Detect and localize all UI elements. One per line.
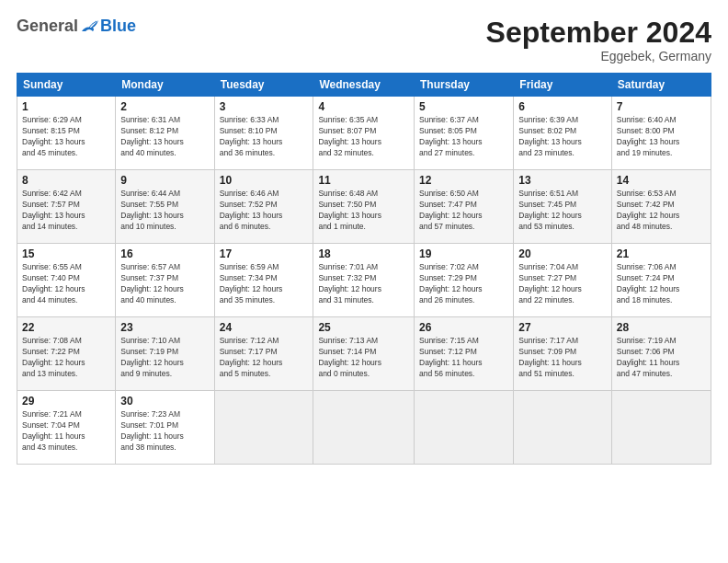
calendar-week-row: 8Sunrise: 6:42 AM Sunset: 7:57 PM Daylig…: [17, 170, 711, 244]
day-info: Sunrise: 6:48 AM Sunset: 7:50 PM Dayligh…: [318, 189, 409, 233]
calendar-header-row: Sunday Monday Tuesday Wednesday Thursday…: [17, 74, 711, 97]
day-number: 24: [220, 321, 309, 334]
day-info: Sunrise: 7:17 AM Sunset: 7:09 PM Dayligh…: [518, 336, 607, 380]
day-info: Sunrise: 6:42 AM Sunset: 7:57 PM Dayligh…: [22, 189, 110, 233]
table-row: 23Sunrise: 7:10 AM Sunset: 7:19 PM Dayli…: [116, 317, 214, 391]
day-number: 1: [22, 100, 110, 113]
header-friday: Friday: [514, 74, 612, 97]
table-row: 29Sunrise: 7:21 AM Sunset: 7:04 PM Dayli…: [17, 391, 116, 465]
day-info: Sunrise: 6:40 AM Sunset: 8:00 PM Dayligh…: [617, 115, 706, 159]
table-row: 3Sunrise: 6:33 AM Sunset: 8:10 PM Daylig…: [214, 97, 313, 170]
table-row: [313, 391, 415, 465]
day-info: Sunrise: 7:06 AM Sunset: 7:24 PM Dayligh…: [617, 262, 706, 306]
logo: General Blue: [17, 17, 136, 36]
table-row: 15Sunrise: 6:55 AM Sunset: 7:40 PM Dayli…: [17, 244, 116, 317]
logo-blue: Blue: [100, 17, 136, 36]
day-info: Sunrise: 6:55 AM Sunset: 7:40 PM Dayligh…: [22, 262, 110, 306]
table-row: 28Sunrise: 7:19 AM Sunset: 7:06 PM Dayli…: [611, 317, 711, 391]
day-info: Sunrise: 6:35 AM Sunset: 8:07 PM Dayligh…: [318, 115, 409, 159]
subtitle: Eggebek, Germany: [486, 49, 711, 63]
table-row: 6Sunrise: 6:39 AM Sunset: 8:02 PM Daylig…: [514, 97, 612, 170]
day-number: 17: [220, 247, 309, 260]
day-info: Sunrise: 7:01 AM Sunset: 7:32 PM Dayligh…: [318, 262, 409, 306]
day-number: 30: [120, 395, 209, 408]
day-number: 3: [220, 100, 309, 113]
day-info: Sunrise: 7:15 AM Sunset: 7:12 PM Dayligh…: [419, 336, 508, 380]
table-row: 14Sunrise: 6:53 AM Sunset: 7:42 PM Dayli…: [611, 170, 711, 244]
day-number: 12: [419, 174, 508, 187]
day-number: 23: [120, 321, 209, 334]
table-row: 21Sunrise: 7:06 AM Sunset: 7:24 PM Dayli…: [611, 244, 711, 317]
table-row: 20Sunrise: 7:04 AM Sunset: 7:27 PM Dayli…: [514, 244, 612, 317]
page-header: General Blue September 2024 Eggebek, Ger…: [17, 17, 711, 63]
day-info: Sunrise: 7:04 AM Sunset: 7:27 PM Dayligh…: [518, 262, 607, 306]
logo-general: General: [17, 17, 78, 36]
day-number: 6: [518, 100, 607, 113]
day-number: 27: [518, 321, 607, 334]
day-number: 19: [419, 247, 508, 260]
day-info: Sunrise: 7:13 AM Sunset: 7:14 PM Dayligh…: [318, 336, 409, 380]
day-number: 4: [318, 100, 409, 113]
day-number: 29: [22, 395, 110, 408]
day-number: 26: [419, 321, 508, 334]
day-number: 7: [617, 100, 706, 113]
day-number: 25: [318, 321, 409, 334]
day-number: 5: [419, 100, 508, 113]
day-info: Sunrise: 7:19 AM Sunset: 7:06 PM Dayligh…: [617, 336, 706, 380]
table-row: 19Sunrise: 7:02 AM Sunset: 7:29 PM Dayli…: [415, 244, 514, 317]
day-info: Sunrise: 6:37 AM Sunset: 8:05 PM Dayligh…: [419, 115, 508, 159]
table-row: 24Sunrise: 7:12 AM Sunset: 7:17 PM Dayli…: [214, 317, 313, 391]
header-tuesday: Tuesday: [214, 74, 313, 97]
day-info: Sunrise: 6:50 AM Sunset: 7:47 PM Dayligh…: [419, 189, 508, 233]
table-row: [415, 391, 514, 465]
day-number: 20: [518, 247, 607, 260]
calendar-week-row: 1Sunrise: 6:29 AM Sunset: 8:15 PM Daylig…: [17, 97, 711, 170]
day-info: Sunrise: 7:23 AM Sunset: 7:01 PM Dayligh…: [120, 409, 209, 454]
table-row: [611, 391, 711, 465]
table-row: 26Sunrise: 7:15 AM Sunset: 7:12 PM Dayli…: [415, 317, 514, 391]
header-wednesday: Wednesday: [313, 74, 415, 97]
table-row: 13Sunrise: 6:51 AM Sunset: 7:45 PM Dayli…: [514, 170, 612, 244]
day-info: Sunrise: 6:44 AM Sunset: 7:55 PM Dayligh…: [120, 189, 209, 233]
header-saturday: Saturday: [611, 74, 711, 97]
table-row: 8Sunrise: 6:42 AM Sunset: 7:57 PM Daylig…: [17, 170, 116, 244]
day-number: 9: [120, 174, 209, 187]
day-info: Sunrise: 6:53 AM Sunset: 7:42 PM Dayligh…: [617, 189, 706, 233]
day-number: 18: [318, 247, 409, 260]
table-row: 11Sunrise: 6:48 AM Sunset: 7:50 PM Dayli…: [313, 170, 415, 244]
table-row: 10Sunrise: 6:46 AM Sunset: 7:52 PM Dayli…: [214, 170, 313, 244]
header-monday: Monday: [116, 74, 214, 97]
day-number: 21: [617, 247, 706, 260]
table-row: [514, 391, 612, 465]
day-info: Sunrise: 6:46 AM Sunset: 7:52 PM Dayligh…: [220, 189, 309, 233]
table-row: 27Sunrise: 7:17 AM Sunset: 7:09 PM Dayli…: [514, 317, 612, 391]
day-info: Sunrise: 6:39 AM Sunset: 8:02 PM Dayligh…: [518, 115, 607, 159]
table-row: 22Sunrise: 7:08 AM Sunset: 7:22 PM Dayli…: [17, 317, 116, 391]
day-info: Sunrise: 6:29 AM Sunset: 8:15 PM Dayligh…: [22, 115, 110, 159]
calendar-week-row: 22Sunrise: 7:08 AM Sunset: 7:22 PM Dayli…: [17, 317, 711, 391]
title-block: September 2024 Eggebek, Germany: [486, 17, 711, 63]
calendar-table: Sunday Monday Tuesday Wednesday Thursday…: [17, 73, 711, 465]
day-number: 28: [617, 321, 706, 334]
day-number: 10: [220, 174, 309, 187]
table-row: 17Sunrise: 6:59 AM Sunset: 7:34 PM Dayli…: [214, 244, 313, 317]
table-row: 9Sunrise: 6:44 AM Sunset: 7:55 PM Daylig…: [116, 170, 214, 244]
header-sunday: Sunday: [17, 74, 116, 97]
table-row: 25Sunrise: 7:13 AM Sunset: 7:14 PM Dayli…: [313, 317, 415, 391]
day-info: Sunrise: 6:57 AM Sunset: 7:37 PM Dayligh…: [120, 262, 209, 306]
day-number: 11: [318, 174, 409, 187]
day-number: 22: [22, 321, 110, 334]
table-row: 30Sunrise: 7:23 AM Sunset: 7:01 PM Dayli…: [116, 391, 214, 465]
table-row: 1Sunrise: 6:29 AM Sunset: 8:15 PM Daylig…: [17, 97, 116, 170]
month-title: September 2024: [486, 17, 711, 49]
table-row: 18Sunrise: 7:01 AM Sunset: 7:32 PM Dayli…: [313, 244, 415, 317]
table-row: 2Sunrise: 6:31 AM Sunset: 8:12 PM Daylig…: [116, 97, 214, 170]
day-number: 14: [617, 174, 706, 187]
calendar-week-row: 15Sunrise: 6:55 AM Sunset: 7:40 PM Dayli…: [17, 244, 711, 317]
table-row: 4Sunrise: 6:35 AM Sunset: 8:07 PM Daylig…: [313, 97, 415, 170]
day-info: Sunrise: 7:02 AM Sunset: 7:29 PM Dayligh…: [419, 262, 508, 306]
day-number: 16: [120, 247, 209, 260]
day-number: 13: [518, 174, 607, 187]
table-row: 5Sunrise: 6:37 AM Sunset: 8:05 PM Daylig…: [415, 97, 514, 170]
day-info: Sunrise: 7:12 AM Sunset: 7:17 PM Dayligh…: [220, 336, 309, 380]
